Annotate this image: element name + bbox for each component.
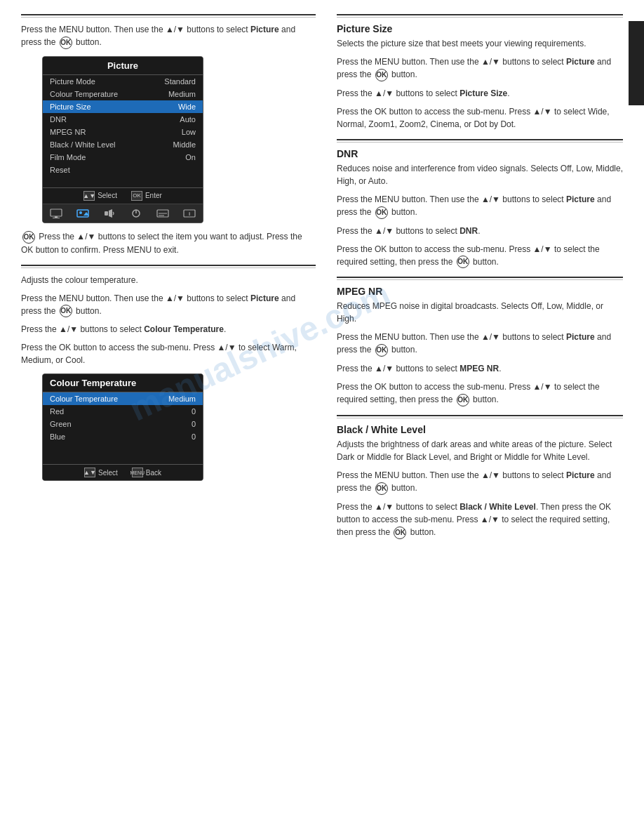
picture-menu-footer: ▲▼ Select OK Enter	[43, 187, 203, 204]
svg-point-4	[79, 211, 82, 214]
picture-size-title: Picture Size	[337, 23, 623, 34]
ct-para3: Press the ▲/▼ buttons to select Colour T…	[21, 323, 316, 336]
mpeg-nr-para3: Press the ▲/▼ buttons to select MPEG NR.	[337, 362, 623, 375]
mpeg-nr-para4: Press the OK button to access the sub-me…	[337, 380, 623, 406]
ct-para1: Adjusts the colour temperature.	[21, 274, 316, 286]
right-column: Picture Size Selects the picture size th…	[337, 14, 623, 545]
ct-para2: Press the MENU button. Then use the ▲/▼ …	[21, 292, 316, 318]
picture-menu-box: Picture Picture Mode Standard Colour Tem…	[42, 56, 203, 223]
section-divider-r3	[337, 277, 623, 278]
bw-level-title: Black / White Level	[337, 424, 623, 435]
ok-icon-r4: OK	[375, 482, 388, 495]
ok-icon-1: OK	[60, 37, 72, 49]
ok-icon-r4b: OK	[394, 527, 406, 539]
chapter-tab	[629, 21, 644, 105]
nav-input-icon	[48, 207, 64, 220]
section-divider-thin-right	[337, 17, 623, 18]
svg-rect-1	[55, 216, 58, 218]
ct-row-red: Red 0	[43, 405, 203, 418]
ok-icon-r3: OK	[375, 344, 388, 357]
ct-select-icon: ▲▼	[84, 468, 95, 477]
picture-menu-title: Picture	[43, 57, 203, 75]
osd-row-picture-size: Picture Size Wide	[43, 100, 203, 113]
section-divider-top-right	[337, 14, 623, 15]
select-icon: ▲▼	[83, 191, 95, 201]
ok-icon-r2b: OK	[457, 256, 469, 268]
section-divider-r4-thin	[337, 418, 623, 418]
picture-size-para2: Press the MENU button. Then use the ▲/▼ …	[337, 55, 623, 81]
nav-audio-icon	[102, 207, 117, 220]
dnr-para3: Press the ▲/▼ buttons to select DNR.	[337, 225, 623, 237]
picture-size-para3: Press the ▲/▼ buttons to select Picture …	[337, 87, 623, 100]
svg-rect-6	[105, 211, 108, 216]
section-divider-r2	[337, 139, 623, 140]
picture-osd: Picture Picture Mode Standard Colour Tem…	[42, 56, 203, 223]
ok-icon-r3b: OK	[457, 394, 469, 406]
ct-row-green: Green 0	[43, 418, 203, 430]
ct-back-icon: MENU	[132, 468, 143, 477]
ok-icon-3: OK	[60, 305, 72, 317]
section-divider-r2-thin	[337, 142, 623, 143]
dnr-para1: Reduces noise and interference from vide…	[337, 162, 623, 187]
colour-temp-title: Colour Temperature	[43, 374, 203, 392]
ct-footer: ▲▼ Select MENU Back	[43, 464, 203, 480]
bw-level-para2: Press the MENU button. Then use the ▲/▼ …	[337, 469, 623, 495]
osd-row-mpeg-nr: MPEG NR Low	[43, 126, 203, 138]
colour-temp-menu-box: Colour Temperature Colour Temperature Me…	[42, 373, 203, 481]
osd-row-bw-level: Black / White Level Middle	[43, 138, 203, 151]
picture-size-para1: Selects the picture size that best meets…	[337, 37, 623, 50]
section-divider-2-thin-left	[21, 267, 316, 268]
osd-row-picture-mode: Picture Mode Standard	[43, 75, 203, 88]
bw-level-para3: Press the ▲/▼ buttons to select Black / …	[337, 501, 623, 539]
svg-text:i: i	[189, 211, 190, 217]
ok-icon-2: OK	[22, 231, 35, 244]
enter-icon: OK	[131, 191, 142, 201]
osd-row-film-mode: Film Mode On	[43, 151, 203, 164]
nav-info-icon: i	[182, 207, 197, 220]
svg-rect-0	[51, 209, 62, 216]
nav-power-icon	[128, 207, 144, 220]
select-label: Select	[98, 192, 117, 199]
left-column: Press the MENU button. Then use the ▲/▼ …	[21, 14, 316, 545]
dnr-title: DNR	[337, 148, 623, 159]
section-divider-r3-thin	[337, 279, 623, 280]
picture-size-para4: Press the OK button to access the sub-me…	[337, 105, 623, 131]
mpeg-nr-title: MPEG NR	[337, 286, 623, 297]
osd-row-reset: Reset	[43, 164, 203, 176]
picture-menu-para1: Press the MENU button. Then use the ▲/▼ …	[21, 23, 316, 49]
dnr-para4: Press the OK button to access the sub-me…	[337, 243, 623, 269]
bw-level-para1: Adjusts the brightness of dark areas and…	[337, 438, 623, 463]
ct-para4: Press the OK button to access the sub-me…	[21, 341, 316, 366]
nav-subtitle-icon	[155, 207, 170, 220]
osd-row-colour-temp: Colour Temperature Medium	[43, 88, 203, 100]
colour-temp-osd: Colour Temperature Colour Temperature Me…	[42, 373, 203, 481]
svg-rect-2	[53, 218, 60, 218]
ct-select-label: Select	[98, 469, 118, 477]
nav-picture-icon	[75, 207, 90, 220]
osd-row-dnr: DNR Auto	[43, 113, 203, 126]
dnr-para2: Press the MENU button. Then use the ▲/▼ …	[337, 193, 623, 219]
mpeg-nr-para2: Press the MENU button. Then use the ▲/▼ …	[337, 331, 623, 357]
section-divider-thin-left	[21, 17, 316, 18]
section-divider-r4	[337, 415, 623, 416]
ok-icon-r1: OK	[375, 69, 388, 81]
nav-bar: i	[43, 204, 203, 223]
ct-row-blue: Blue 0	[43, 430, 203, 443]
picture-menu-ok-para: OK Press the ▲/▼ buttons to select the i…	[21, 230, 316, 256]
ct-row-temp: Colour Temperature Medium	[43, 392, 203, 405]
ct-back-label: Back	[146, 469, 161, 477]
mpeg-nr-para1: Reduces MPEG noise in digital broadcasts…	[337, 300, 623, 325]
section-divider-2-left	[21, 265, 316, 266]
section-divider-top-left	[21, 14, 316, 15]
ok-icon-r2: OK	[375, 206, 388, 219]
enter-label: Enter	[145, 192, 162, 199]
